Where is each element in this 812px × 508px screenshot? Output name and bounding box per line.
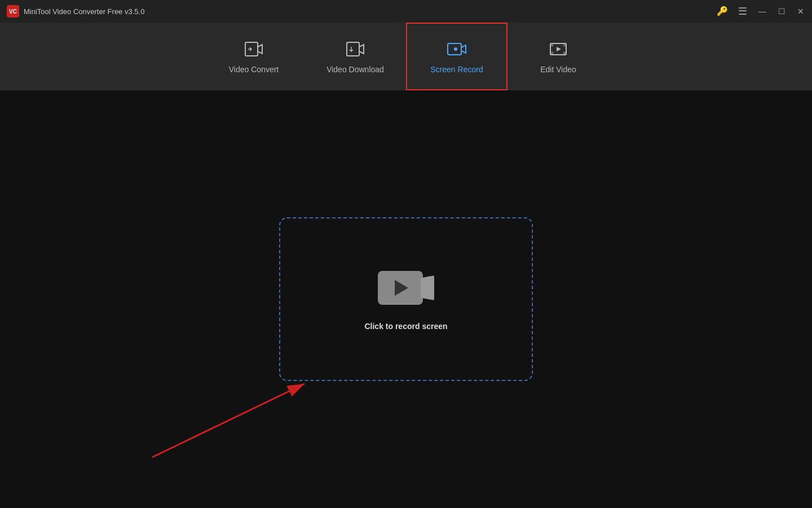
svg-rect-1	[347, 42, 359, 56]
titlebar-controls: 🔑 ☰ — ☐ ✕	[717, 6, 805, 16]
camera-icon	[378, 268, 434, 308]
tab-video-convert-label: Video Convert	[229, 65, 279, 74]
svg-rect-6	[550, 52, 553, 55]
minimize-button[interactable]: —	[758, 7, 767, 16]
key-icon[interactable]: 🔑	[717, 7, 728, 16]
menu-icon[interactable]: ☰	[738, 6, 748, 16]
svg-line-10	[152, 384, 304, 457]
svg-rect-3	[454, 47, 457, 51]
camera-body	[378, 271, 423, 305]
tab-screen-record-label: Screen Record	[430, 65, 483, 74]
tab-edit-video-label: Edit Video	[540, 65, 576, 74]
close-button[interactable]: ✕	[796, 7, 805, 16]
record-prompt: Click to record screen	[364, 322, 447, 331]
play-triangle	[395, 280, 408, 296]
tab-video-download[interactable]: Video Download	[304, 23, 406, 90]
screen-record-icon	[447, 39, 467, 59]
tab-video-convert[interactable]: Video Convert	[203, 23, 304, 90]
camera-lens	[421, 275, 434, 300]
edit-video-icon	[548, 39, 568, 59]
svg-rect-8	[563, 52, 566, 55]
app-logo: VC	[7, 5, 19, 17]
record-area[interactable]: Click to record screen	[279, 217, 533, 381]
titlebar: VC MiniTool Video Converter Free v3.5.0 …	[0, 0, 812, 23]
svg-rect-7	[563, 43, 566, 46]
video-download-icon	[345, 39, 365, 59]
maximize-button[interactable]: ☐	[777, 7, 786, 16]
app-title: MiniTool Video Converter Free v3.5.0	[24, 7, 144, 16]
tab-edit-video[interactable]: Edit Video	[508, 23, 609, 90]
titlebar-left: VC MiniTool Video Converter Free v3.5.0	[7, 5, 144, 17]
main-content: Click to record screen	[0, 90, 812, 508]
tab-video-download-label: Video Download	[326, 65, 384, 74]
navbar: Video Convert Video Download Screen Reco…	[0, 23, 812, 90]
video-convert-icon	[244, 39, 264, 59]
tab-screen-record[interactable]: Screen Record	[406, 23, 508, 90]
svg-rect-5	[550, 43, 553, 46]
